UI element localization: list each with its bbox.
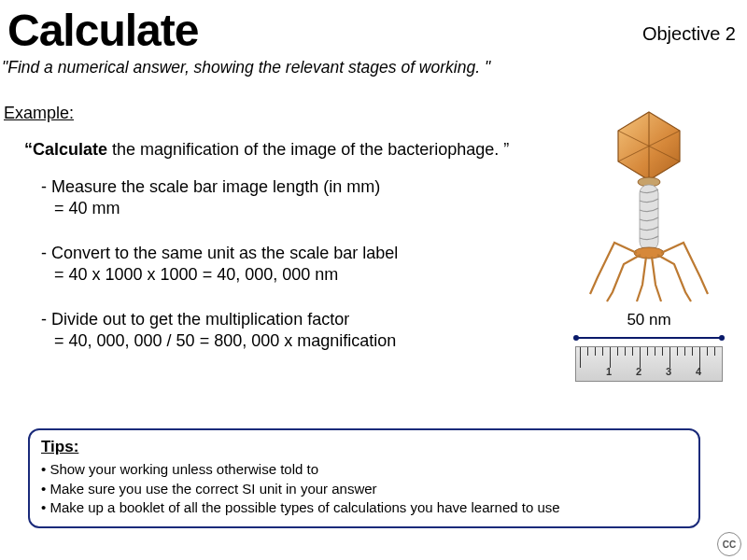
step-3-line1: - Divide out to get the multiplication f… <box>41 310 349 329</box>
tips-title: Tips: <box>41 438 687 456</box>
ruler-num-2: 2 <box>636 366 641 377</box>
steps-list: - Measure the scale bar image length (in… <box>0 160 504 351</box>
scale-bar <box>575 331 723 344</box>
step-3: - Divide out to get the multiplication f… <box>41 309 504 351</box>
cc-badge-icon: CC <box>717 532 741 556</box>
header: Calculate Objective 2 <box>0 0 747 56</box>
bacteriophage-icon <box>579 107 719 303</box>
scale-label: 50 nm <box>570 311 728 329</box>
tip-2: • Make sure you use the correct SI unit … <box>41 480 687 498</box>
step-1: - Measure the scale bar image length (in… <box>41 176 504 218</box>
objective-label: Objective 2 <box>642 23 736 45</box>
ruler-icon: 1 2 3 4 <box>575 346 723 382</box>
page-title: Calculate <box>7 5 747 56</box>
ruler-num-1: 1 <box>606 366 612 377</box>
scale-dot-right <box>719 335 725 341</box>
example-prompt-rest: the magnification of the image of the ba… <box>107 140 509 159</box>
step-2-line1: - Convert to the same unit as the scale … <box>41 244 398 262</box>
tip-1: • Show your working unless otherwise tol… <box>41 460 687 479</box>
example-prompt-bold: “Calculate <box>24 140 107 159</box>
bacteriophage-figure: 50 nm 1 2 3 4 <box>570 107 728 382</box>
tips-list: • Show your working unless otherwise tol… <box>41 460 687 517</box>
scale-line <box>575 337 723 339</box>
definition-quote: "Find a numerical answer, showing the re… <box>0 56 747 77</box>
step-1-line1: - Measure the scale bar image length (in… <box>41 177 380 196</box>
svg-rect-5 <box>640 185 658 250</box>
tips-box: Tips: • Show your working unless otherwi… <box>28 428 700 528</box>
ruler-num-4: 4 <box>696 366 701 377</box>
tip-3: • Make up a booklet of all the possible … <box>41 498 687 517</box>
step-2-line2: = 40 x 1000 x 1000 = 40, 000, 000 nm <box>41 264 504 286</box>
step-3-line2: = 40, 000, 000 / 50 = 800, 000 x magnifi… <box>41 330 504 352</box>
step-2: - Convert to the same unit as the scale … <box>41 243 504 285</box>
ruler-num-3: 3 <box>666 366 671 377</box>
step-1-line2: = 40 mm <box>41 198 504 219</box>
